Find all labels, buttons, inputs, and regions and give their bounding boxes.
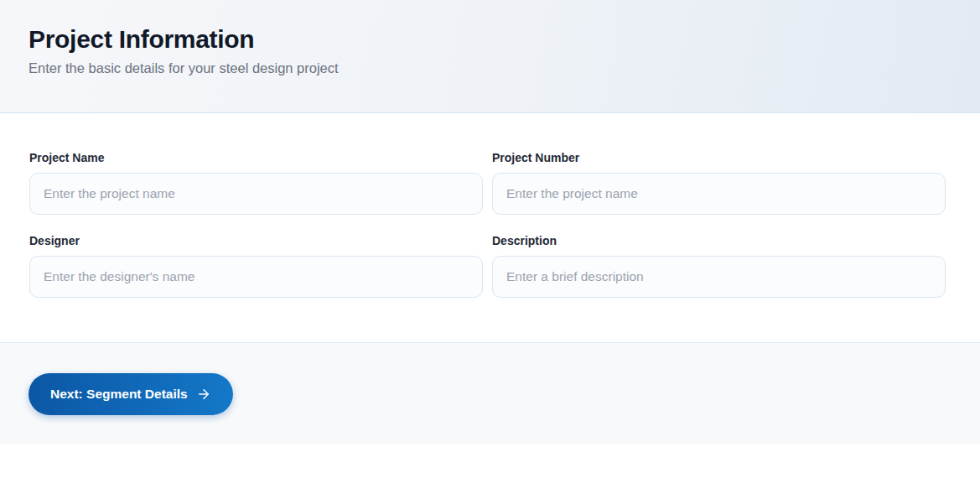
next-segment-details-button[interactable]: Next: Segment Details [29, 373, 233, 415]
field-project-number: Project Number [492, 151, 946, 215]
field-designer: Designer [29, 234, 483, 298]
description-label: Description [492, 234, 946, 248]
project-name-input[interactable] [29, 173, 483, 215]
next-button-label: Next: Segment Details [50, 387, 188, 402]
arrow-right-icon [196, 387, 211, 402]
designer-input[interactable] [29, 256, 483, 298]
project-number-label: Project Number [492, 151, 946, 165]
project-name-label: Project Name [29, 151, 483, 165]
page-title: Project Information [29, 25, 946, 53]
project-number-input[interactable] [492, 173, 946, 215]
description-input[interactable] [492, 256, 946, 298]
project-info-form: Project Name Project Number Designer Des… [0, 113, 980, 342]
page-subtitle: Enter the basic details for your steel d… [29, 60, 946, 76]
page-footer: Next: Segment Details [0, 342, 980, 444]
form-grid: Project Name Project Number Designer Des… [29, 151, 946, 298]
designer-label: Designer [29, 234, 483, 248]
page-header: Project Information Enter the basic deta… [0, 0, 980, 113]
field-project-name: Project Name [29, 151, 483, 215]
field-description: Description [492, 234, 946, 298]
